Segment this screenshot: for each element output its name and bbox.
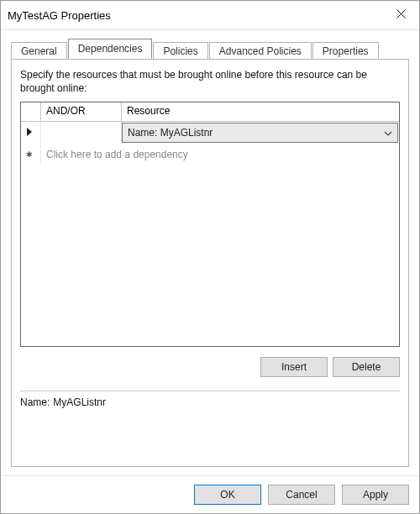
instructions-text: Specify the resources that must be broug… xyxy=(20,68,400,95)
ok-button[interactable]: OK xyxy=(194,485,261,505)
separator xyxy=(20,391,400,391)
column-header-resource[interactable]: Resource xyxy=(122,102,399,121)
svg-marker-2 xyxy=(27,128,32,136)
title-bar: MyTestAG Properties xyxy=(1,1,419,30)
selected-name-line: Name: MyAGListnr xyxy=(20,396,400,408)
grid-button-row: Insert Delete xyxy=(20,357,400,377)
close-button[interactable] xyxy=(384,3,417,28)
chevron-down-icon xyxy=(384,127,392,139)
cancel-button[interactable]: Cancel xyxy=(268,485,335,505)
column-header-andor[interactable]: AND/OR xyxy=(41,102,122,121)
tab-general[interactable]: General xyxy=(11,42,67,60)
close-icon xyxy=(396,9,406,21)
current-row-icon xyxy=(26,127,33,139)
insert-button[interactable]: Insert xyxy=(260,357,328,377)
window-title: MyTestAG Properties xyxy=(8,9,384,22)
row-marker-new: ✱ xyxy=(21,144,41,165)
dropdown-value: Name: MyAGListnr xyxy=(128,127,213,139)
dialog-footer: OK Cancel Apply xyxy=(1,475,419,513)
column-header-marker[interactable] xyxy=(21,102,41,121)
dependency-grid: AND/OR Resource Name: MyAGListnr xyxy=(20,102,400,347)
apply-button[interactable]: Apply xyxy=(342,485,409,505)
tab-policies[interactable]: Policies xyxy=(153,42,207,60)
tab-panel-dependencies: Specify the resources that must be broug… xyxy=(11,59,409,467)
name-value: MyAGListnr xyxy=(53,396,106,408)
delete-button[interactable]: Delete xyxy=(333,357,400,377)
new-row-placeholder[interactable]: Click here to add a dependency xyxy=(41,144,399,165)
name-label: Name: xyxy=(20,396,50,408)
tab-advanced-policies[interactable]: Advanced Policies xyxy=(209,42,312,60)
properties-dialog: MyTestAG Properties General Dependencies… xyxy=(0,0,420,514)
table-row[interactable]: Name: MyAGListnr xyxy=(21,122,399,144)
tab-dependencies[interactable]: Dependencies xyxy=(68,39,153,59)
grid-header: AND/OR Resource xyxy=(21,102,399,122)
cell-andor[interactable] xyxy=(41,122,122,144)
table-row-new[interactable]: ✱ Click here to add a dependency xyxy=(21,144,399,165)
cell-resource-dropdown[interactable]: Name: MyAGListnr xyxy=(122,123,398,143)
row-marker xyxy=(21,122,41,144)
tab-strip: General Dependencies Policies Advanced P… xyxy=(11,39,409,59)
tab-properties[interactable]: Properties xyxy=(312,42,379,60)
new-row-icon: ✱ xyxy=(26,151,33,159)
